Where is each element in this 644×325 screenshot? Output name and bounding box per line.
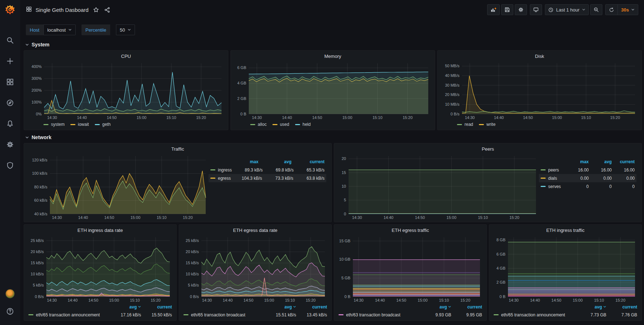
- legend-header-avg[interactable]: avg: [589, 159, 612, 164]
- legend-item-ingress[interactable]: ingress: [210, 168, 232, 173]
- legend-header-current[interactable]: current: [451, 305, 482, 310]
- svg-text:200%: 200%: [32, 88, 42, 92]
- refresh-interval-dropdown[interactable]: 30s: [617, 5, 638, 15]
- legend-item-write[interactable]: write: [479, 122, 495, 127]
- time-range-picker[interactable]: Last 1 hour: [545, 4, 589, 15]
- row-header-system-label: System: [32, 42, 50, 47]
- dashboard-title[interactable]: Single Geth Dasboard: [36, 7, 89, 13]
- legend-item-used[interactable]: used: [272, 122, 289, 127]
- percentile-variable-value: 50: [120, 27, 125, 33]
- svg-text:14:30: 14:30: [47, 298, 57, 302]
- svg-text:15:20: 15:20: [306, 298, 316, 302]
- star-icon[interactable]: [92, 6, 100, 14]
- legend-label: geth: [102, 122, 111, 127]
- egress-max: 104.3 kB/s: [231, 176, 262, 181]
- grafana-logo-icon[interactable]: [0, 0, 20, 19]
- legend-item-held[interactable]: held: [295, 122, 311, 127]
- legend-item-peers[interactable]: peers: [541, 168, 566, 173]
- percentile-variable-label[interactable]: Percentile: [81, 24, 110, 35]
- svg-text:4 GB: 4 GB: [496, 266, 505, 270]
- refresh-button[interactable]: [606, 5, 617, 15]
- legend-header-avg[interactable]: avg: [258, 159, 291, 164]
- legend-item-read[interactable]: read: [457, 122, 473, 127]
- svg-text:15:00: 15:00: [342, 115, 353, 120]
- cpu-chart[interactable]: 0%100%200%300%400%14:3014:4014:5015:0015…: [28, 60, 224, 120]
- panel-disk-title[interactable]: Disk: [441, 52, 638, 60]
- memory-chart[interactable]: 0 B2 GB4 GB6 GB14:3014:4014:5015:0015:10…: [234, 60, 431, 120]
- legend-item[interactable]: eth/65 transaction broadcast: [183, 312, 262, 317]
- sidebar: [0, 0, 20, 325]
- egress-current: 63.8 kB/s: [293, 176, 325, 181]
- svg-text:15:00: 15:00: [418, 298, 428, 302]
- panel-eth-ingress-traffic: ETH ingress traffic 0 B2 GB4 GB6 GB8 GB1…: [489, 224, 642, 321]
- traffic-chart[interactable]: 40 kB/s60 kB/s80 kB/s100 kB/s120 kB/s14:…: [28, 153, 209, 220]
- legend-header-max[interactable]: max: [225, 159, 258, 164]
- eth-egress-rate-chart[interactable]: 0 B/s5 kB/s10 kB/s15 kB/s20 kB/s25 kB/s1…: [183, 234, 328, 303]
- eth-ingress-rate-chart[interactable]: 0 B/s5 kB/s10 kB/s15 kB/s20 kB/s25 kB/s1…: [28, 234, 173, 303]
- panel-eth-ingress-rate-title[interactable]: ETH ingress data rate: [28, 226, 173, 234]
- legend-header-current[interactable]: current: [141, 305, 172, 310]
- add-panel-button[interactable]: [487, 4, 500, 15]
- legend-item-dials[interactable]: dials: [541, 176, 566, 181]
- explore-compass-icon[interactable]: [6, 99, 14, 107]
- panel-eth-egress-rate-title[interactable]: ETH egress data rate: [183, 226, 328, 234]
- legend-header-avg[interactable]: avg: [107, 305, 141, 310]
- series-dash: [457, 124, 462, 125]
- server-admin-shield-icon[interactable]: [6, 161, 14, 170]
- help-icon[interactable]: [6, 307, 14, 316]
- disk-chart[interactable]: 0 B/s10 MB/s20 MB/s30 MB/s40 MB/s50 MB/s…: [441, 60, 638, 120]
- dials-max: 0.00: [566, 176, 589, 181]
- legend-row-dials: dials 0.00 0.00 0.00: [539, 174, 636, 182]
- panel-cpu-title[interactable]: CPU: [28, 52, 224, 60]
- eth-ingress-traffic-chart[interactable]: 0 B2 GB4 GB6 GB8 GB14:3014:4014:5015:001…: [493, 234, 638, 303]
- configuration-gear-icon[interactable]: [6, 140, 14, 149]
- svg-text:14:50: 14:50: [523, 115, 533, 120]
- legend-header-current[interactable]: current: [291, 159, 325, 164]
- legend-item-alloc[interactable]: alloc: [250, 122, 267, 127]
- legend-header-current[interactable]: current: [612, 159, 635, 164]
- legend-header-max[interactable]: max: [566, 159, 589, 164]
- row-header-network[interactable]: Network: [24, 130, 642, 143]
- svg-text:14:40: 14:40: [77, 115, 87, 120]
- eth-egress-traffic-chart[interactable]: 0 B5 GB10 GB15 GB14:3014:4014:5015:0015:…: [338, 234, 483, 303]
- save-dashboard-button[interactable]: [501, 4, 513, 15]
- svg-text:15:20: 15:20: [616, 298, 626, 302]
- host-variable-dropdown[interactable]: localhost: [43, 24, 76, 35]
- share-icon[interactable]: [103, 6, 111, 14]
- legend-header-avg[interactable]: avg: [262, 305, 296, 310]
- legend-avg-value: 17.16 kB/s: [107, 312, 141, 317]
- legend-header-avg[interactable]: avg: [572, 305, 606, 310]
- legend-item-geth[interactable]: geth: [95, 122, 111, 127]
- legend-item-serves[interactable]: serves: [541, 184, 566, 189]
- panel-traffic-title[interactable]: Traffic: [28, 145, 328, 153]
- svg-text:15:20: 15:20: [196, 115, 206, 120]
- legend-item[interactable]: eth/65 transaction announcement: [28, 312, 107, 317]
- dashboards-icon[interactable]: [6, 78, 14, 86]
- legend-header-avg[interactable]: avg: [417, 305, 451, 310]
- panel-eth-egress-traffic-title[interactable]: ETH egress traffic: [338, 226, 483, 234]
- legend-item-egress[interactable]: egress: [210, 176, 231, 181]
- eth-egress-rate-legend: avg current eth/65 transaction broadcast…: [183, 303, 328, 319]
- panel-peers-title[interactable]: Peers: [338, 145, 638, 153]
- legend-avg-value: 7.73 GB: [572, 312, 606, 317]
- svg-text:4 GB: 4 GB: [237, 81, 246, 85]
- zoom-out-button[interactable]: [590, 4, 602, 15]
- host-variable-label[interactable]: Host: [26, 24, 43, 35]
- cycle-view-button[interactable]: [530, 4, 542, 15]
- peers-chart[interactable]: 0510152014:3014:4014:5015:0015:1015:20: [338, 153, 539, 220]
- search-icon[interactable]: [6, 36, 14, 45]
- user-avatar[interactable]: [5, 289, 15, 298]
- add-icon[interactable]: [6, 57, 14, 65]
- panel-eth-ingress-traffic-title[interactable]: ETH ingress traffic: [493, 226, 638, 234]
- panel-memory-title[interactable]: Memory: [234, 52, 431, 60]
- legend-item[interactable]: eth/63 transaction broadcast: [339, 312, 417, 317]
- percentile-variable-dropdown[interactable]: 50: [116, 24, 135, 35]
- legend-header-current[interactable]: current: [606, 305, 637, 310]
- dashboard-settings-button[interactable]: [515, 4, 527, 15]
- legend-item-system[interactable]: system: [43, 122, 65, 127]
- row-header-system[interactable]: System: [24, 37, 642, 50]
- legend-item[interactable]: eth/65 transaction announcement: [494, 312, 572, 317]
- legend-header-current[interactable]: current: [296, 305, 327, 310]
- legend-item-iowait[interactable]: iowait: [70, 122, 89, 127]
- alerting-bell-icon[interactable]: [6, 119, 14, 128]
